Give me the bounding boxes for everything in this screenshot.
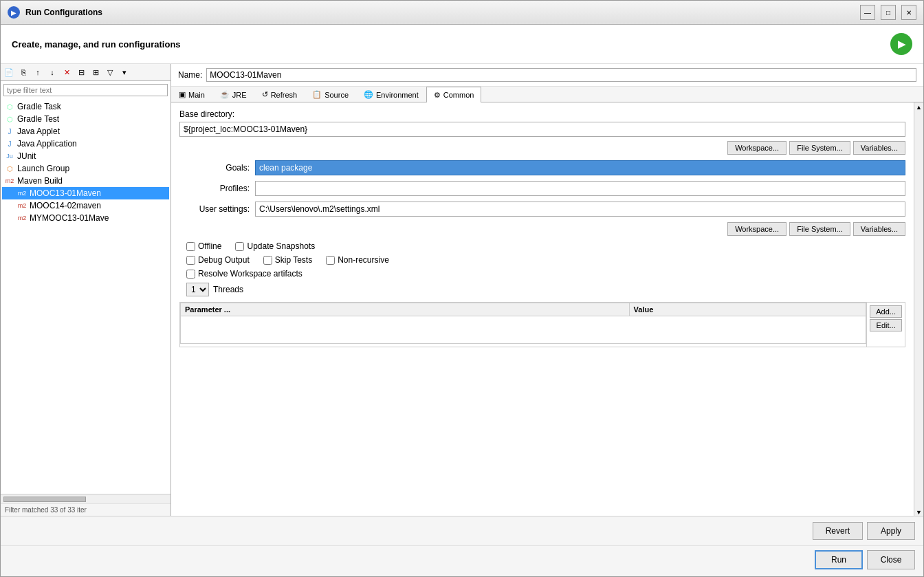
file-system-btn-1[interactable]: File System... <box>789 141 850 155</box>
param-btn-col: Add... Edit... <box>866 303 905 347</box>
name-label: Name: <box>178 70 202 80</box>
jre-tab-icon: ☕ <box>220 90 230 99</box>
profiles-input[interactable] <box>255 181 905 196</box>
resolve-workspace-checkbox[interactable] <box>186 270 195 279</box>
threads-select[interactable]: 1 2 4 <box>186 283 209 296</box>
config-item-java-applet[interactable]: J Java Applet <box>2 125 169 138</box>
skip-tests-label: Skip Tests <box>275 255 312 265</box>
goals-label: Goals: <box>179 163 255 173</box>
name-input[interactable] <box>206 68 916 82</box>
new-config-btn[interactable]: 📄 <box>2 65 16 79</box>
run-large-icon: ▶ <box>890 33 912 55</box>
update-snapshots-checkbox[interactable] <box>235 242 244 251</box>
apply-btn[interactable]: Apply <box>867 522 915 540</box>
config-list-hscroll[interactable] <box>1 494 170 503</box>
dialog-close-btn[interactable]: ✕ <box>901 18 916 20</box>
main-tab-icon: ▣ <box>179 90 186 99</box>
config-item-launch-group[interactable]: ⬡ Launch Group <box>2 162 169 175</box>
config-label-gradle-task: Gradle Task <box>17 102 61 111</box>
config-label-java-app: Java Application <box>17 139 77 149</box>
tab-jre[interactable]: ☕ JRE <box>212 87 254 102</box>
dialog-run-footer: Run Close <box>1 545 923 576</box>
tab-common[interactable]: ⚙ Common <box>426 87 482 102</box>
junit-icon: Ju <box>5 151 14 161</box>
java-applet-icon: J <box>5 127 14 136</box>
jre-tab-label: JRE <box>232 91 247 99</box>
base-dir-input[interactable] <box>179 122 905 137</box>
edit-param-btn[interactable]: Edit... <box>870 319 902 331</box>
revert-btn[interactable]: Revert <box>813 522 863 540</box>
tabs-bar: ▣ Main ☕ JRE ↺ Refresh 📋 <box>171 87 923 102</box>
expand-config-btn[interactable]: ⊞ <box>89 65 102 79</box>
scrollbar-up-arrow[interactable]: ▲ <box>916 104 922 111</box>
main-tab-label: Main <box>188 91 205 99</box>
run-btn[interactable]: Run <box>815 550 863 569</box>
config-item-mooc13[interactable]: m2 MOOC13-01Maven <box>2 187 169 199</box>
checkbox-resolve-workspace: Resolve Workspace artifacts <box>186 269 302 279</box>
config-item-gradle-test[interactable]: ⬡ Gradle Test <box>2 113 169 125</box>
dialog-header: Create, manage, and run configurations ▶ <box>1 25 923 64</box>
offline-label: Offline <box>198 241 221 251</box>
config-detail: Name: ▣ Main ☕ JRE <box>171 64 923 516</box>
filter-config-btn[interactable]: ▽ <box>103 65 117 79</box>
file-system-btn-2[interactable]: File System... <box>789 222 850 236</box>
dialog-minimize-btn[interactable]: — <box>860 18 875 20</box>
offline-checkbox[interactable] <box>186 242 195 251</box>
filter-status-text: Filter matched 33 of 33 iter <box>5 506 87 514</box>
delete-config-btn[interactable]: ✕ <box>60 65 74 79</box>
config-item-junit[interactable]: Ju JUnit <box>2 150 169 162</box>
dialog-footer: Revert Apply <box>1 516 923 545</box>
variables-btn-2[interactable]: Variables... <box>853 222 905 236</box>
scrollbar-down-arrow[interactable]: ▼ <box>916 509 922 516</box>
duplicate-config-btn[interactable]: ⎘ <box>16 65 30 79</box>
non-recursive-checkbox[interactable] <box>326 256 335 265</box>
import-config-btn[interactable]: ↓ <box>45 65 59 79</box>
workspace-btn-1[interactable]: Workspace... <box>727 141 786 155</box>
config-label-java-applet: Java Applet <box>17 127 60 136</box>
config-item-mymooc[interactable]: m2 MYMOOC13-01Mave <box>2 212 169 224</box>
add-param-btn[interactable]: Add... <box>870 305 902 318</box>
debug-output-checkbox[interactable] <box>186 256 195 265</box>
viewmenu-config-btn[interactable]: ▾ <box>118 65 131 79</box>
checkbox-debug-output: Debug Output <box>186 255 250 265</box>
dialog-title-icon: ▶ <box>8 18 20 19</box>
config-item-mooc14[interactable]: m2 MOOC14-02maven <box>2 199 169 212</box>
checkbox-row-3: Resolve Workspace artifacts <box>179 269 905 279</box>
user-settings-input[interactable] <box>255 202 905 217</box>
maven-build-icon: m2 <box>5 176 14 186</box>
config-filter-input[interactable] <box>3 84 168 96</box>
user-settings-label: User settings: <box>179 204 255 214</box>
param-table: Parameter ... Value <box>180 303 866 344</box>
workspace-btn-2[interactable]: Workspace... <box>727 222 786 236</box>
config-list-toolbar: 📄 ⎘ ↑ ↓ ✕ ⊟ ⊞ ▽ ▾ <box>1 64 170 81</box>
common-tab-icon: ⚙ <box>434 91 441 100</box>
debug-output-label: Debug Output <box>198 255 250 265</box>
tab-refresh[interactable]: ↺ Refresh <box>254 87 305 102</box>
hscroll-thumb[interactable] <box>3 497 86 502</box>
export-config-btn[interactable]: ↑ <box>31 65 45 79</box>
checkbox-update-snapshots: Update Snapshots <box>235 241 315 251</box>
variables-btn-1[interactable]: Variables... <box>853 141 905 155</box>
tab-main[interactable]: ▣ Main <box>171 87 212 102</box>
checkbox-row-2: Debug Output Skip Tests Non-recursive <box>179 255 905 265</box>
config-label-launch-group: Launch Group <box>17 164 69 173</box>
config-item-gradle-task[interactable]: ⬡ Gradle Task <box>2 100 169 113</box>
detail-scrollbar[interactable]: ▲ ▼ <box>914 102 923 516</box>
dialog-maximize-btn[interactable]: □ <box>881 18 896 20</box>
env-tab-icon: 🌐 <box>364 90 373 99</box>
goals-input[interactable] <box>255 160 905 175</box>
config-label-junit: JUnit <box>17 151 36 161</box>
close-btn[interactable]: Close <box>867 550 915 569</box>
tab-source[interactable]: 📋 Source <box>305 87 356 102</box>
tab-environment[interactable]: 🌐 Environment <box>356 87 426 102</box>
config-item-java-app[interactable]: J Java Application <box>2 138 169 150</box>
skip-tests-checkbox[interactable] <box>263 256 272 265</box>
dialog-titlebar: ▶ Run Configurations — □ ✕ <box>1 18 923 25</box>
refresh-tab-icon: ↺ <box>262 90 268 99</box>
checkbox-skip-tests: Skip Tests <box>263 255 312 265</box>
refresh-tab-label: Refresh <box>271 91 298 99</box>
config-item-maven-build[interactable]: m2 Maven Build <box>2 175 169 187</box>
source-tab-label: Source <box>324 91 349 99</box>
goals-row: Goals: <box>179 160 905 175</box>
collapse-config-btn[interactable]: ⊟ <box>74 65 88 79</box>
